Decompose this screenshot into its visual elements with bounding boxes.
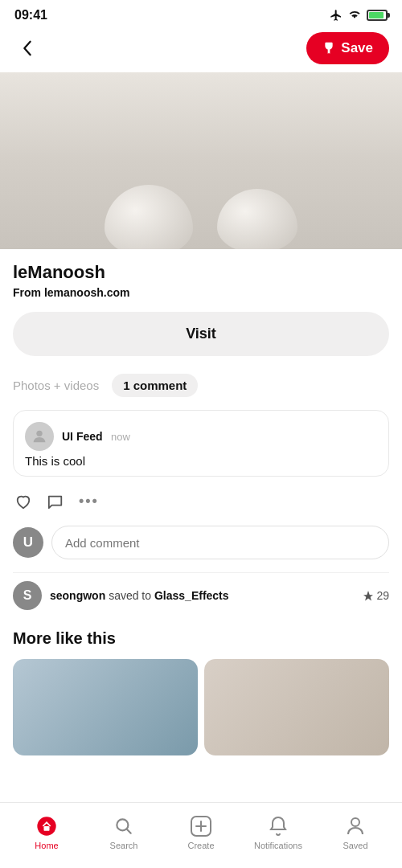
site-source: From lemanoosh.com bbox=[13, 286, 389, 299]
commenter-name[interactable]: UI Feed bbox=[62, 430, 103, 443]
save-button[interactable]: Save bbox=[306, 32, 389, 64]
site-link[interactable]: lemanoosh.com bbox=[44, 286, 130, 299]
saved-icon bbox=[344, 815, 367, 837]
main-content: leManoosh From lemanoosh.com Visit Photo… bbox=[0, 249, 402, 836]
saved-text: seongwon saved to Glass_Effects bbox=[50, 589, 355, 602]
notifications-label: Notifications bbox=[254, 841, 302, 850]
tab-photos-videos[interactable]: Photos + videos bbox=[13, 374, 99, 397]
more-item-2[interactable] bbox=[204, 659, 389, 755]
save-label: Save bbox=[341, 40, 373, 56]
status-time: 09:41 bbox=[14, 8, 47, 23]
saved-row: S seongwon saved to Glass_Effects 29 bbox=[13, 572, 389, 618]
pin-icon bbox=[322, 42, 335, 55]
add-comment-input[interactable] bbox=[51, 526, 389, 559]
comment-actions: ••• bbox=[13, 486, 389, 516]
site-title: leManoosh bbox=[13, 262, 389, 283]
tabs-row: Photos + videos 1 comment bbox=[13, 374, 389, 397]
svg-rect-2 bbox=[44, 826, 50, 831]
more-item-1[interactable] bbox=[13, 659, 198, 755]
comment-meta: UI Feed now bbox=[62, 429, 377, 444]
more-icon[interactable]: ••• bbox=[79, 493, 99, 510]
like-icon[interactable] bbox=[14, 493, 32, 510]
commenter-avatar bbox=[25, 422, 54, 451]
tab-comments[interactable]: 1 comment bbox=[112, 374, 198, 397]
saved-count: 29 bbox=[363, 589, 389, 602]
battery-icon bbox=[367, 10, 388, 21]
status-bar: 09:41 bbox=[0, 0, 402, 27]
nav-item-home[interactable]: Home bbox=[8, 815, 85, 850]
comment-icon[interactable] bbox=[47, 493, 64, 510]
bottom-nav: Home Search Create Notifications bbox=[0, 802, 402, 868]
comment-time: now bbox=[111, 431, 130, 443]
svg-point-5 bbox=[351, 818, 359, 826]
comment-card: UI Feed now This is cool bbox=[13, 410, 389, 477]
saved-label: Saved bbox=[343, 841, 367, 850]
comment-text: This is cool bbox=[25, 454, 377, 468]
bowl-left bbox=[105, 185, 193, 249]
status-icons bbox=[330, 9, 388, 22]
nav-item-search[interactable]: Search bbox=[85, 815, 162, 850]
header: Save bbox=[0, 27, 402, 72]
bowl-right bbox=[217, 189, 297, 249]
comment-header: UI Feed now bbox=[25, 422, 377, 451]
visit-button[interactable]: Visit bbox=[13, 312, 389, 356]
add-comment-row: U bbox=[13, 526, 389, 559]
search-icon bbox=[113, 815, 135, 837]
svg-point-0 bbox=[36, 431, 42, 436]
nav-item-saved[interactable]: Saved bbox=[317, 815, 394, 850]
wifi-icon bbox=[347, 10, 362, 21]
create-icon bbox=[190, 815, 212, 837]
home-icon bbox=[35, 815, 58, 837]
search-label: Search bbox=[110, 841, 138, 850]
airplane-icon bbox=[330, 9, 343, 22]
nav-item-create[interactable]: Create bbox=[162, 815, 240, 850]
home-label: Home bbox=[35, 841, 58, 850]
saver-avatar: S bbox=[13, 581, 42, 610]
notifications-icon bbox=[267, 815, 289, 837]
hero-image bbox=[0, 72, 402, 249]
nav-item-notifications[interactable]: Notifications bbox=[240, 815, 317, 850]
more-like-title: More like this bbox=[13, 629, 389, 648]
back-button[interactable] bbox=[13, 34, 42, 63]
current-user-avatar: U bbox=[13, 527, 43, 558]
create-label: Create bbox=[187, 841, 214, 850]
